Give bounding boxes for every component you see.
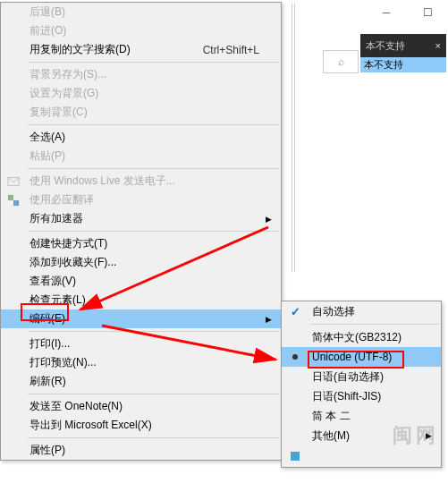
menu-print[interactable]: 打印(I)...	[1, 335, 281, 353]
menu-select-all[interactable]: 全选(A)	[1, 128, 281, 147]
tab-label: 本不支持	[366, 39, 405, 53]
content-banner: 本不支持	[360, 57, 446, 72]
menu-properties[interactable]: 属性(P)	[1, 441, 281, 460]
menu-encoding[interactable]: 编码(E)▶	[1, 309, 281, 328]
menu-paste[interactable]: 粘贴(P)	[1, 147, 281, 165]
menu-windows-live[interactable]: 使用 Windows Live 发送电子...	[1, 172, 281, 191]
menu-copy-bg[interactable]: 复制背景(C)	[1, 103, 281, 122]
menu-forward[interactable]: 前进(O)	[1, 21, 281, 40]
menu-view-source[interactable]: 查看源(V)	[1, 272, 281, 291]
menu-print-preview[interactable]: 打印预览(N)...	[1, 353, 281, 372]
menu-send-onenote[interactable]: 发送至 OneNote(N)	[1, 397, 281, 416]
submenu-shift-jis[interactable]: 日语(Shift-JIS)	[282, 386, 441, 406]
submenu-utf8[interactable]: Unicode (UTF-8)	[282, 347, 441, 367]
menu-create-shortcut[interactable]: 创建快捷方式(T)	[1, 234, 281, 253]
chevron-right-icon: ▶	[266, 315, 272, 324]
bullet-icon	[292, 354, 298, 360]
translate-icon	[1, 191, 26, 209]
maximize-button[interactable]: ☐	[407, 0, 448, 25]
menu-back[interactable]: 后退(B)	[1, 3, 281, 21]
menu-all-accelerators[interactable]: 所有加速器▶	[1, 209, 281, 228]
editor-tab[interactable]: 本不支持 ×	[360, 34, 446, 57]
check-icon: ✓	[291, 305, 300, 318]
svg-rect-1	[8, 194, 13, 199]
submenu-auto[interactable]: ✓ 自动选择	[282, 301, 441, 321]
menu-inspect[interactable]: 检查元素(L)	[1, 291, 281, 309]
square-icon	[291, 452, 300, 461]
svg-rect-2	[13, 200, 19, 206]
menu-export-excel[interactable]: 导出到 Microsoft Excel(X)	[1, 416, 281, 435]
menu-bing-translate[interactable]: 使用必应翻译	[1, 191, 281, 209]
submenu-gb2312[interactable]: 简体中文(GB2312)	[282, 327, 441, 347]
menu-add-favorites[interactable]: 添加到收藏夹(F)...	[1, 253, 281, 272]
close-icon[interactable]: ×	[435, 40, 441, 51]
minimize-button[interactable]: ─	[366, 0, 407, 25]
search-box[interactable]: ⌕	[323, 50, 359, 73]
menu-set-as-bg[interactable]: 设置为背景(G)	[1, 84, 281, 103]
menu-save-bg-as[interactable]: 背景另存为(S)...	[1, 65, 281, 84]
search-icon: ⌕	[338, 55, 344, 68]
submenu-jp-auto[interactable]: 日语(自动选择)	[282, 367, 441, 386]
context-menu: 后退(B) 前进(O) 用复制的文字搜索(D)Ctrl+Shift+L 背景另存…	[0, 2, 282, 461]
watermark: 闽网	[393, 422, 439, 449]
menu-paste-search[interactable]: 用复制的文字搜索(D)Ctrl+Shift+L	[1, 40, 281, 59]
menu-refresh[interactable]: 刷新(R)	[1, 372, 281, 391]
chevron-right-icon: ▶	[266, 215, 272, 224]
mail-icon	[1, 172, 26, 191]
